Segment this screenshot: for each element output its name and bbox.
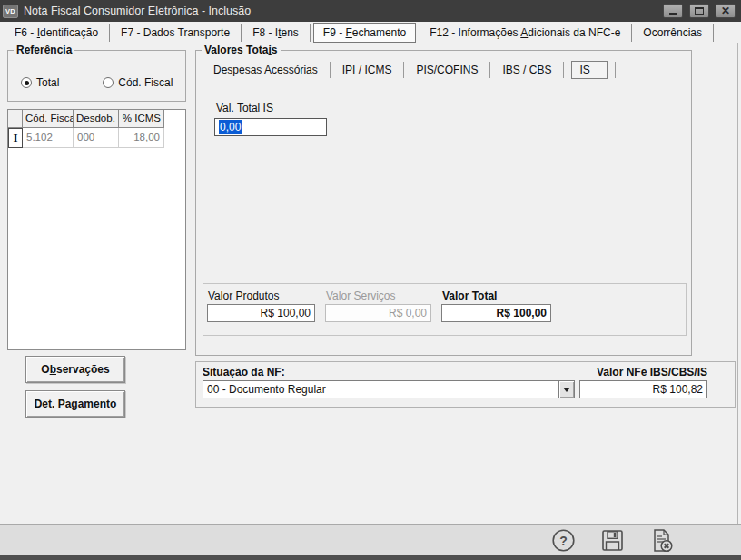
button-label: O — [41, 363, 49, 376]
val-total-is-input[interactable]: 0,00 — [214, 118, 327, 136]
referencia-group: Referência Total Cód. Fiscal — [7, 50, 186, 102]
tab-label: F6 - — [15, 26, 37, 39]
tab-f12-informacoes-adicionais[interactable]: F12 - Informações Adicionais da NFC-e — [419, 24, 632, 42]
subtab-is[interactable]: IS — [571, 61, 607, 79]
button-accel: g — [71, 398, 77, 410]
tab-f9-fechamento[interactable]: F9 - Fechamento — [313, 23, 416, 43]
cell-desdob: 000 — [74, 128, 119, 148]
situacao-selected-option: 00 - Documento Regular — [203, 383, 558, 396]
minimize-icon — [669, 13, 677, 15]
page-right-border — [737, 43, 738, 524]
radio-cod-fiscal[interactable]: Cód. Fiscal — [103, 76, 173, 89]
subtab-ipi-icms[interactable]: IPI / ICMS — [331, 64, 404, 76]
tab-accel: F — [346, 26, 352, 39]
document-cancel-icon[interactable] — [649, 528, 674, 553]
subtab-separator — [615, 62, 616, 78]
valor-servicos-field: R$ 0,00 — [325, 304, 431, 322]
tab-label: F8 - I — [252, 26, 278, 39]
fiscal-grid[interactable]: Cód. Fiscal Desdob. % ICMS I 5.102 000 1… — [7, 109, 186, 350]
close-button[interactable]: ✕ — [716, 4, 736, 18]
valor-produtos-field[interactable]: R$ 100,00 — [207, 304, 315, 322]
cell-cod-fiscal: 5.102 — [23, 128, 74, 148]
grid-header-desdob[interactable]: Desdob. — [74, 110, 119, 128]
situacao-label: Situação da NF: — [203, 366, 285, 378]
referencia-group-title: Referência — [14, 44, 74, 56]
subtab-despesas-acessorias[interactable]: Despesas Acessórias — [202, 64, 330, 76]
tab-f6-identificacao[interactable]: F6 - Identificação — [4, 24, 110, 42]
tab-label: Ocorrências — [643, 26, 702, 39]
valor-total-label: Valor Total — [442, 290, 497, 302]
tab-label: F7 - Dados Transporte — [121, 26, 230, 39]
table-row[interactable]: I 5.102 000 18,00 — [8, 128, 185, 148]
app-icon: VD — [3, 5, 18, 18]
radio-unselected-icon — [103, 77, 114, 88]
main-tab-strip: F6 - Identificação F7 - Dados Transporte… — [0, 22, 741, 43]
tab-label: F9 - — [323, 26, 346, 39]
grid-header-cod-fiscal[interactable]: Cód. Fiscal — [23, 110, 74, 128]
maximize-icon — [695, 7, 704, 15]
button-accel: b — [50, 363, 56, 376]
grid-selector-header — [8, 110, 23, 128]
situacao-select[interactable]: 00 - Documento Regular — [203, 380, 575, 398]
titlebar: VD Nota Fiscal Consumidor Eletrônica - I… — [0, 0, 741, 22]
grid-header-icms[interactable]: % ICMS — [119, 110, 164, 128]
val-total-is-label: Val. Total IS — [216, 102, 273, 114]
tab-ocorrencias[interactable]: Ocorrências — [632, 24, 714, 42]
det-pagamento-button[interactable]: Det. Pagamento — [25, 390, 125, 418]
bottom-toolbar: ? — [0, 524, 741, 555]
tab-label: echamento — [352, 26, 406, 39]
minimize-button[interactable] — [663, 4, 683, 18]
svg-text:?: ? — [559, 533, 568, 547]
valores-totais-title: Valores Totais — [202, 44, 281, 56]
valor-nfe-field[interactable]: R$ 100,82 — [579, 380, 707, 398]
close-icon: ✕ — [721, 6, 730, 15]
subtab-pis-cofins[interactable]: PIS/COFINS — [404, 64, 489, 76]
app-window: VD Nota Fiscal Consumidor Eletrônica - I… — [0, 0, 741, 560]
tab-label: dentificação — [40, 26, 98, 39]
radio-selected-icon — [21, 77, 32, 88]
help-icon[interactable]: ? — [551, 528, 576, 553]
referencia-options: Total Cód. Fiscal — [21, 76, 180, 89]
tab-label: ens — [281, 26, 298, 39]
tab-f7-dados-transporte[interactable]: F7 - Dados Transporte — [110, 24, 242, 42]
radio-total[interactable]: Total — [21, 76, 59, 89]
valor-produtos-label: Valor Produtos — [208, 290, 280, 302]
grid-header: Cód. Fiscal Desdob. % ICMS — [8, 110, 185, 128]
cell-icms: 18,00 — [119, 128, 164, 148]
chevron-down-icon — [563, 388, 570, 392]
valor-nfe-label: Valor NFe IBS/CBS/IS — [579, 366, 707, 378]
window-bottom-edge — [0, 555, 741, 560]
button-label: amento — [78, 398, 117, 410]
tab-f8-itens[interactable]: F8 - Itens — [242, 24, 311, 42]
window-title: Nota Fiscal Consumidor Eletrônica - Incl… — [24, 5, 251, 17]
subtab-separator — [563, 62, 564, 78]
dropdown-button[interactable] — [558, 381, 574, 398]
tab-label: dicionais da NFC-e — [528, 26, 620, 39]
totals-panel: Valor Produtos R$ 100,00 Valor Serviços … — [203, 283, 687, 336]
valores-totais-group: Valores Totais Despesas Acessórias IPI /… — [195, 50, 692, 356]
valor-total-field[interactable]: R$ 100,00 — [441, 304, 551, 322]
row-cursor-icon: I — [8, 128, 23, 148]
valor-servicos-label: Valor Serviços — [326, 290, 395, 302]
radio-total-label: Total — [36, 76, 59, 89]
maximize-button[interactable] — [689, 4, 709, 18]
subtab-ibs-cbs[interactable]: IBS / CBS — [490, 64, 563, 76]
valores-subtabs: Despesas Acessórias IPI / ICMS PIS/COFIN… — [202, 58, 616, 82]
button-label: Det. Pa — [35, 398, 72, 410]
button-label: servações — [56, 363, 110, 376]
situacao-panel: Situação da NF: 00 - Documento Regular V… — [195, 361, 736, 408]
observacoes-button[interactable]: Observações — [25, 356, 125, 383]
save-icon[interactable] — [600, 528, 625, 553]
radio-cod-fiscal-label: Cód. Fiscal — [118, 76, 173, 89]
window-controls: ✕ — [663, 4, 741, 18]
fechamento-page: Referência Total Cód. Fiscal Cód. Fiscal… — [0, 43, 741, 524]
tab-label: F12 - Informações — [430, 26, 520, 39]
selected-text: 0,00 — [219, 120, 242, 134]
